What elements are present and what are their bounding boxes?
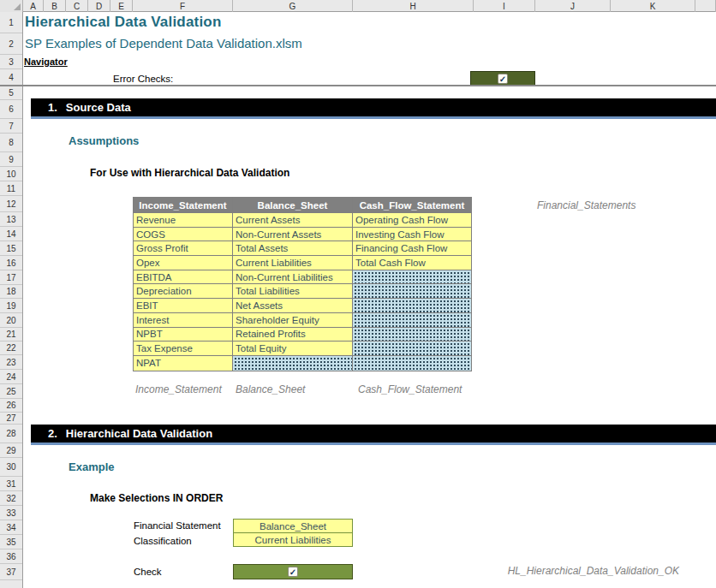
row-header-37[interactable]: 37 [0,564,22,580]
row-header-28[interactable]: 28 [0,425,22,443]
checked-box-icon: ✓ [498,74,508,84]
row-header-20[interactable]: 20 [0,313,22,328]
column-header-A[interactable]: A [23,0,44,12]
column-header-C[interactable]: C [66,0,88,12]
row-header-25[interactable]: 25 [0,384,22,399]
range-name-cash-flow-statement: Cash_Flow_Statement [358,383,462,395]
row-header-4[interactable]: 4 [0,69,22,86]
range-name-financial-statements: Financial_Statements [537,199,635,211]
row-header-9[interactable]: 9 [0,152,22,167]
cell[interactable]: Tax Expense [134,342,233,356]
row-header-24[interactable]: 24 [0,370,22,384]
row-header-1[interactable]: 1 [0,12,22,33]
row-header-16[interactable]: 16 [0,256,22,270]
row-headers: 1234567891011121314151617181920212223242… [0,12,23,588]
error-checks-status-cell[interactable]: ✓ [470,71,535,86]
assumptions-heading: Assumptions [69,134,139,147]
cell[interactable]: Total Assets [233,241,353,256]
cell[interactable]: Net Assets [233,299,353,313]
row-header-34[interactable]: 34 [0,520,22,535]
column-header-B[interactable]: B [44,0,66,12]
row-header-6[interactable]: 6 [0,100,22,119]
blocked-cell [353,284,471,299]
cell[interactable]: Depreciation [134,284,233,299]
row-header-32[interactable]: 32 [0,491,22,506]
cell[interactable]: Total Equity [233,342,353,356]
row-header-10[interactable]: 10 [0,167,22,181]
cell[interactable]: Gross Profit [134,241,233,256]
col-header-cash-flow-statement[interactable]: Cash_Flow_Statement [353,198,471,213]
cell[interactable]: Revenue [134,213,233,228]
row-header-12[interactable]: 12 [0,196,22,212]
row-header-23[interactable]: 23 [0,355,22,370]
row-header-33[interactable]: 33 [0,506,22,520]
section-2-header-bar: 2. Hierarchical Data Validation [31,425,716,442]
row-header-22[interactable]: 22 [0,342,22,355]
row-header-7[interactable]: 7 [0,119,22,134]
make-selections-subheading: Make Selections IN ORDER [90,492,223,504]
row-header-17[interactable]: 17 [0,270,22,285]
cell[interactable]: COGS [134,228,233,242]
navigator-link[interactable]: Navigator [24,56,68,67]
row-header-30[interactable]: 30 [0,458,22,477]
cell[interactable]: Financing Cash Flow [353,241,471,256]
table-row: Tax Expense Total Equity [134,342,471,356]
row-header-19[interactable]: 19 [0,299,22,313]
row-header-29[interactable]: 29 [0,443,22,458]
row-header-8[interactable]: 8 [0,134,22,152]
row-header-21[interactable]: 21 [0,328,22,342]
column-header-I[interactable]: I [474,0,535,12]
row-header-14[interactable]: 14 [0,227,22,241]
check-label: Check [134,567,162,577]
section-2-title: Hierarchical Data Validation [66,427,212,440]
cell[interactable]: Total Cash Flow [353,256,471,270]
row-header-13[interactable]: 13 [0,212,22,227]
row-header-36[interactable]: 36 [0,549,22,564]
col-header-income-statement[interactable]: Income_Statement [134,198,233,213]
row-header-3[interactable]: 3 [0,55,22,69]
financial-statement-dropdown-cell[interactable]: Balance_Sheet [233,519,353,533]
row-header-31[interactable]: 31 [0,477,22,491]
cell[interactable]: Shareholder Equity [233,313,353,328]
cell[interactable]: Non-Current Liabilities [233,270,353,285]
row-header-35[interactable]: 35 [0,535,22,549]
cell[interactable]: EBIT [134,299,233,313]
cell[interactable]: Retained Profits [233,328,353,342]
column-header-K[interactable]: K [611,0,695,12]
column-header-J[interactable]: J [535,0,611,12]
table-header-row: Income_Statement Balance_Sheet Cash_Flow… [134,198,471,213]
row-header-2[interactable]: 2 [0,33,22,55]
cell[interactable]: EBITDA [134,270,233,285]
row-header-18[interactable]: 18 [0,285,22,299]
page-title: Hierarchical Data Validation [25,14,222,31]
cell[interactable]: Total Liabilities [233,284,353,299]
section-2-underline [31,442,716,445]
column-header-partial[interactable] [695,0,716,12]
cell[interactable]: NPAT [134,356,233,371]
select-all-corner[interactable] [0,0,23,12]
cell[interactable]: Current Liabilities [233,256,353,270]
classification-dropdown-cell[interactable]: Current Liabilities [233,532,353,547]
column-header-F[interactable]: F [133,0,233,12]
hierarchical-validation-check-cell[interactable]: ✓ [233,564,353,579]
row-header-11[interactable]: 11 [0,181,22,196]
column-header-G[interactable]: G [233,0,353,12]
cell[interactable]: Operating Cash Flow [353,213,471,228]
cell[interactable]: Non-Current Assets [233,228,353,242]
column-header-D[interactable]: D [88,0,110,12]
col-header-balance-sheet[interactable]: Balance_Sheet [233,198,353,213]
section-1-title: Source Data [66,101,131,114]
cell[interactable]: Current Assets [233,213,353,228]
column-header-H[interactable]: H [353,0,474,12]
row-header-15[interactable]: 15 [0,241,22,256]
cell[interactable]: Investing Cash Flow [353,228,471,242]
blocked-cell [353,313,471,328]
row-header-27[interactable]: 27 [0,413,22,425]
cell[interactable]: Interest [134,313,233,328]
cell[interactable]: Opex [134,256,233,270]
row-header-26[interactable]: 26 [0,399,22,413]
column-header-E[interactable]: E [110,0,133,12]
cell[interactable]: NPBT [134,328,233,342]
row-header-5[interactable]: 5 [0,86,22,100]
freeze-pane-divider [0,85,716,86]
